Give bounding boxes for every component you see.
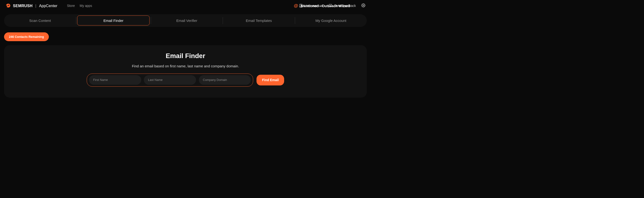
contacts-remaining-badge[interactable]: 246 Contacts Remaining (4, 32, 48, 41)
tab-email-verifier[interactable]: Email Verifier (151, 14, 223, 27)
tab-scan-content[interactable]: Scan Content (4, 14, 76, 27)
tabs-container: Scan Content Email Finder Email Verifier… (4, 14, 367, 27)
tab-google-account[interactable]: My Google Account (295, 14, 367, 27)
nav-my-apps[interactable]: My apps (80, 4, 92, 7)
input-group (87, 74, 253, 87)
find-email-button[interactable]: Find Email (256, 75, 284, 85)
nav-links: Store My apps (67, 4, 92, 7)
svg-point-2 (363, 5, 364, 6)
company-domain-input[interactable] (199, 75, 251, 84)
logo-section[interactable]: SEMRUSH | AppCenter (6, 3, 58, 9)
svg-point-0 (8, 5, 9, 6)
app-title: Mentioned - Outreach Wizard (301, 4, 350, 8)
app-center-label: AppCenter (39, 3, 58, 8)
header: SEMRUSH | AppCenter Store My apps @ Ment… (0, 0, 371, 11)
email-finder-form: Find Email (10, 74, 361, 87)
semrush-logo-icon (6, 3, 11, 9)
last-name-input[interactable] (144, 75, 196, 84)
nav-store[interactable]: Store (67, 4, 75, 7)
brand-name: SEMRUSH (13, 3, 33, 8)
gear-icon[interactable] (361, 3, 365, 8)
logo-divider: | (35, 3, 36, 8)
at-sign-icon: @ (294, 3, 298, 8)
app-title-section: @ Mentioned - Outreach Wizard (294, 3, 350, 8)
page-subtitle: Find an email based on first name, last … (10, 64, 361, 68)
tab-email-finder[interactable]: Email Finder (77, 15, 150, 25)
tab-email-templates[interactable]: Email Templates (223, 14, 295, 27)
first-name-input[interactable] (89, 75, 141, 84)
tab-divider (76, 17, 76, 24)
page-heading: Email Finder (10, 52, 361, 60)
main-content: Email Finder Find an email based on firs… (4, 45, 367, 97)
